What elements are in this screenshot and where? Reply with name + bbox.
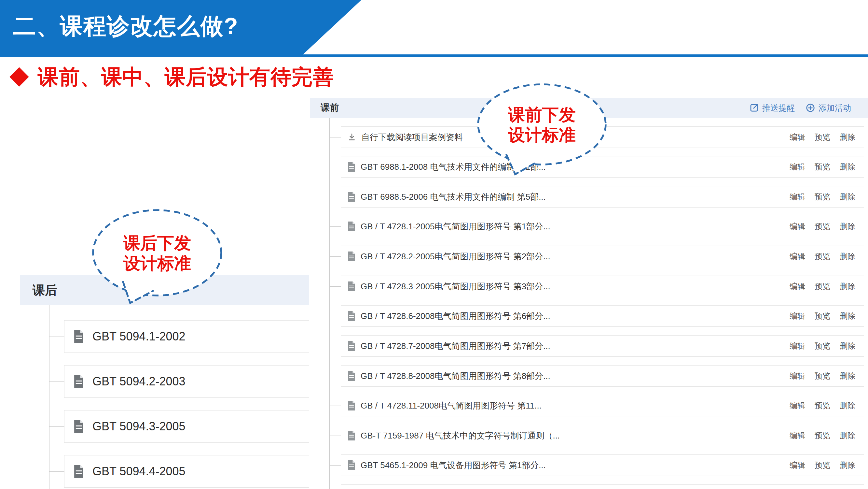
pre-class-panel-header: 课前 推送提醒 添加活动 [310, 98, 868, 118]
action-divider [835, 312, 835, 320]
delete-link[interactable]: 删除 [840, 281, 855, 292]
delete-link[interactable]: 删除 [840, 251, 855, 262]
action-divider [835, 163, 835, 171]
share-icon [749, 103, 759, 113]
preview-link[interactable]: 预览 [815, 281, 830, 292]
preview-link[interactable]: 预览 [815, 460, 830, 470]
action-divider [810, 401, 810, 410]
delete-link[interactable]: 删除 [840, 460, 855, 470]
file-row: GBT 6988.1-2008 电气技术用文件的编制 第1部... 编辑 预览 … [341, 156, 864, 177]
preview-link[interactable]: 预览 [815, 251, 830, 262]
delete-link[interactable]: 删除 [840, 371, 855, 381]
file-name: GBT 5094.4-2005 [92, 465, 186, 478]
file-name: GBT 5465.1-2009 电气设备用图形符号 第1部分... [361, 460, 546, 471]
toolbar-divider [800, 104, 800, 112]
file-name: GBT 6988.5-2006 电气技术用文件的编制 第5部... [361, 191, 546, 203]
file-name: GB-T 7159-1987 电气技术中的文字符号制订通则（... [361, 430, 560, 441]
preview-link[interactable]: 预览 [815, 400, 830, 411]
file-name: GBT 5094.2-2003 [92, 375, 186, 388]
action-divider [810, 431, 810, 440]
section-heading: 课前、课中、课后设计有待完善 [10, 64, 334, 90]
action-divider [835, 342, 835, 350]
edit-link[interactable]: 编辑 [789, 281, 805, 292]
action-divider [835, 461, 835, 469]
document-icon [348, 460, 355, 470]
file-row: GB / T 4728.11-2008电气简图用图形符号 第11... 编辑 预… [341, 395, 864, 416]
preview-link[interactable]: 预览 [815, 430, 830, 441]
plus-circle-icon [806, 103, 815, 113]
delete-link[interactable]: 删除 [840, 400, 855, 411]
preview-link[interactable]: 预览 [815, 192, 830, 202]
preview-link[interactable]: 预览 [815, 132, 830, 142]
edit-link[interactable]: 编辑 [789, 430, 805, 441]
action-divider [835, 282, 835, 291]
action-divider [810, 163, 810, 171]
edit-link[interactable]: 编辑 [789, 311, 805, 321]
document-icon [348, 371, 355, 381]
edit-link[interactable]: 编辑 [789, 221, 805, 232]
edit-link[interactable]: 编辑 [789, 460, 805, 470]
edit-link[interactable]: 编辑 [789, 400, 805, 411]
action-divider [835, 222, 835, 231]
push-reminder-button[interactable]: 推送提醒 [749, 103, 795, 113]
edit-link[interactable]: 编辑 [789, 162, 805, 172]
delete-link[interactable]: 删除 [840, 162, 855, 172]
action-divider [835, 431, 835, 440]
document-icon [348, 311, 355, 321]
file-name: GB / T 4728.3-2005电气简图用图形符号 第3部分... [361, 281, 550, 292]
post-class-tree-line [49, 305, 50, 489]
file-row: GB / T 4728.8-2008电气简图用图形符号 第8部分... 编辑 预… [341, 365, 864, 387]
action-divider [810, 372, 810, 380]
preview-link[interactable]: 预览 [815, 221, 830, 232]
delete-link[interactable]: 删除 [840, 221, 855, 232]
pre-class-toolbar: 推送提醒 添加活动 [749, 98, 851, 118]
action-divider [835, 193, 835, 201]
pre-class-panel-title: 课前 [320, 102, 339, 114]
action-divider [810, 312, 810, 320]
delete-link[interactable]: 删除 [840, 430, 855, 441]
action-divider [835, 133, 835, 141]
edit-link[interactable]: 编辑 [789, 132, 805, 142]
file-name: GB / T 4728.1-2005电气简图用图形符号 第1部分... [361, 221, 550, 232]
action-divider [810, 222, 810, 231]
file-name: GBT 5094.3-2005 [92, 420, 186, 433]
file-row: GBT 5094.4-2005 [64, 455, 309, 488]
file-row: GB / T 4728.1-2005电气简图用图形符号 第1部分... 编辑 预… [341, 216, 864, 237]
file-row: GB / T 4728.6-2008电气简图用图形符号 第6部分... 编辑 预… [341, 305, 864, 327]
delete-link[interactable]: 删除 [840, 311, 855, 321]
file-row-partial [341, 484, 864, 489]
edit-link[interactable]: 编辑 [789, 192, 805, 202]
delete-link[interactable]: 删除 [840, 341, 855, 351]
download-icon [348, 133, 356, 141]
file-row: GBT 5465.1-2009 电气设备用图形符号 第1部分... 编辑 预览 … [341, 455, 864, 476]
add-activity-button[interactable]: 添加活动 [806, 103, 851, 113]
post-callout-line1: 课后下发 [123, 234, 191, 253]
section-heading-text: 课前、课中、课后设计有待完善 [38, 63, 334, 91]
file-name: GB / T 4728.2-2005电气简图用图形符号 第2部分... [361, 251, 550, 262]
document-icon [348, 192, 355, 202]
file-name: GBT 5094.1-2002 [92, 330, 186, 343]
slide: 二、课程诊改怎么做? 课前、课中、课后设计有待完善 课前 推送提醒 [0, 0, 868, 489]
document-icon [348, 401, 355, 410]
preview-link[interactable]: 预览 [815, 371, 830, 381]
delete-link[interactable]: 删除 [840, 132, 855, 142]
document-icon [348, 162, 355, 172]
edit-link[interactable]: 编辑 [789, 251, 805, 262]
edit-link[interactable]: 编辑 [789, 371, 805, 381]
action-divider [810, 461, 810, 469]
action-divider [810, 133, 810, 141]
file-row: 自行下载阅读项目案例资料 编辑 预览 删除 [341, 126, 864, 148]
action-divider [810, 252, 810, 261]
document-icon [73, 375, 84, 388]
add-activity-label: 添加活动 [818, 103, 851, 113]
document-icon [348, 252, 355, 261]
file-row: GB / T 4728.3-2005电气简图用图形符号 第3部分... 编辑 预… [341, 276, 864, 297]
preview-link[interactable]: 预览 [815, 311, 830, 321]
delete-link[interactable]: 删除 [840, 192, 855, 202]
preview-link[interactable]: 预览 [815, 162, 830, 172]
file-name: GB / T 4728.6-2008电气简图用图形符号 第6部分... [361, 311, 550, 322]
banner-underline [0, 54, 868, 57]
file-row: GBT 5094.2-2003 [64, 365, 309, 398]
edit-link[interactable]: 编辑 [789, 341, 805, 351]
preview-link[interactable]: 预览 [815, 341, 830, 351]
